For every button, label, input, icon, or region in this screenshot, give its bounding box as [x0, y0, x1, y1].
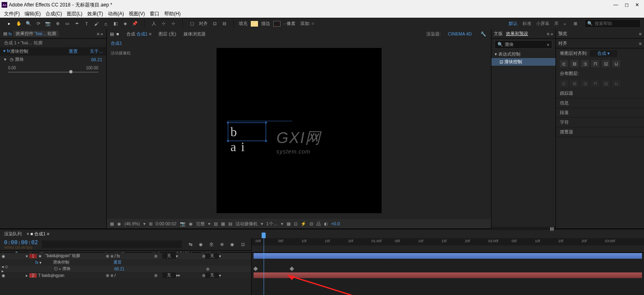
workspace-overflow-icon[interactable]: »: [564, 21, 566, 26]
maximize-button[interactable]: ◻: [625, 2, 629, 8]
stroke-swatch[interactable]: [273, 21, 281, 27]
playhead[interactable]: [262, 233, 266, 238]
tab-layer[interactable]: 图层 (无): [159, 31, 176, 37]
exposure-value[interactable]: +0.0: [331, 221, 340, 226]
zoom-tool-icon[interactable]: 🔍: [24, 19, 33, 28]
align-left-button[interactable]: ⊏: [560, 60, 568, 67]
align-right-button[interactable]: ⊐: [581, 60, 589, 67]
fast-preview-icon[interactable]: ⚡: [301, 221, 306, 226]
tab-align[interactable]: 对齐: [558, 40, 567, 46]
camera-select[interactable]: 活动摄像机: [235, 221, 258, 227]
align-to-select[interactable]: 合成 ▾: [590, 50, 617, 57]
effects-category[interactable]: ▾ 表达式控制: [491, 50, 555, 58]
comp-breadcrumb[interactable]: 合成1: [111, 41, 122, 46]
type-tool-icon[interactable]: T: [82, 19, 91, 28]
tab-preview[interactable]: 预览: [558, 31, 567, 37]
layer-fx-row[interactable]: fx ▾ 滑块控制 重置: [0, 259, 251, 266]
tab-media-browser[interactable]: 媒体浏览器: [184, 31, 206, 37]
align-bottom-button[interactable]: ⊔: [612, 60, 620, 67]
pen-tool-icon[interactable]: ✒: [72, 19, 81, 28]
resolution-icon[interactable]: ⊞: [149, 221, 153, 226]
menu-view[interactable]: 视图(V): [126, 10, 147, 17]
workspace-library[interactable]: 库: [554, 21, 559, 27]
layer-row[interactable]: ◉ ▾1 ★ "baidujingyan" 轮廓 ⊕ ※ / fx ⊚ 无▾ ⊚…: [0, 253, 251, 259]
local-axis-icon[interactable]: 人: [149, 19, 158, 28]
panel-paragraph[interactable]: 段落: [556, 108, 644, 118]
snapshot-icon[interactable]: 📷: [180, 221, 186, 226]
fill-swatch[interactable]: [251, 21, 258, 27]
menu-layer[interactable]: 图层(L): [64, 10, 85, 17]
stroke-label[interactable]: 描边: [260, 21, 272, 27]
views-select[interactable]: 1个…: [266, 221, 278, 227]
clear-search-icon[interactable]: ×: [547, 42, 549, 47]
flowchart-icon[interactable]: 品: [316, 221, 321, 227]
fx-reset[interactable]: 重置: [69, 48, 78, 54]
resolution-value[interactable]: 完整: [196, 221, 205, 227]
view-axis-icon[interactable]: ⊹: [169, 19, 178, 28]
shape-tool-icon[interactable]: ▭: [63, 19, 72, 28]
roto-tool-icon[interactable]: ◈: [121, 19, 130, 28]
keyframe[interactable]: [289, 266, 294, 271]
composition-viewer[interactable]: GXI网 system.com b ai: [217, 48, 382, 213]
add-label[interactable]: 添加: ○: [299, 21, 316, 27]
timeline-ruler[interactable]: :00f05f10f15f20f01:00f05f10f15f20f02:00f…: [252, 238, 644, 245]
timeline-icon[interactable]: ⊟: [310, 221, 313, 226]
tab-timeline-comp[interactable]: × ■ 合成1 ≡: [27, 231, 50, 237]
timeline-search[interactable]: [42, 241, 182, 248]
timeline-tracks[interactable]: [252, 253, 644, 295]
menu-window[interactable]: 窗口: [147, 10, 162, 17]
brush-tool-icon[interactable]: 🖌: [92, 19, 101, 28]
reset-exposure-icon[interactable]: ◐: [324, 221, 328, 226]
minimize-button[interactable]: —: [613, 2, 618, 8]
view-opt-icon[interactable]: ▦: [287, 221, 291, 226]
guides-icon[interactable]: ▤: [228, 221, 232, 226]
panel-wiggler[interactable]: 摆置器: [556, 127, 644, 137]
workspace-small[interactable]: 小屏幕: [536, 21, 549, 27]
pixel-aspect-icon[interactable]: ⊡: [294, 221, 297, 226]
slider-value[interactable]: 68.21: [91, 57, 102, 62]
magnification-icon[interactable]: ▦: [110, 221, 114, 226]
world-axis-icon[interactable]: ⊹: [159, 19, 168, 28]
menu-composition[interactable]: 合成(C): [43, 10, 64, 17]
snap-opt2-icon[interactable]: ⊟: [220, 19, 229, 28]
text-layer-box[interactable]: b ai: [228, 123, 266, 141]
keyframe[interactable]: [253, 266, 258, 271]
sync-icon[interactable]: ⊞: [571, 19, 580, 28]
mask-icon[interactable]: ◉: [117, 221, 121, 226]
menu-animation[interactable]: 动画(A): [105, 10, 126, 17]
timecode[interactable]: 0:00:00:02: [156, 221, 177, 226]
slider-track[interactable]: [8, 72, 98, 73]
snap-opt1-icon[interactable]: ⊡: [210, 19, 219, 28]
orbit-tool-icon[interactable]: ⟳: [34, 19, 43, 28]
eraser-tool-icon[interactable]: ◧: [111, 19, 120, 28]
camera-tool-icon[interactable]: 📷: [43, 19, 52, 28]
channel-icon[interactable]: ◉: [189, 221, 193, 226]
workspace-standard[interactable]: 标准: [522, 21, 531, 27]
puppet-tool-icon[interactable]: 📌: [130, 19, 139, 28]
renderer-settings-icon[interactable]: 🔧: [479, 29, 488, 38]
menu-file[interactable]: 文件(F): [2, 10, 22, 17]
fx-row[interactable]: ▾ fx 滑块控制 重置 关于…: [0, 47, 106, 56]
snap-icon[interactable]: ▢: [188, 19, 196, 28]
timeline-timecode[interactable]: 0:00:00:02: [4, 239, 38, 245]
stopwatch-icon[interactable]: ◷: [10, 57, 14, 62]
tab-project[interactable]: 文版: [494, 31, 503, 37]
zoom-value[interactable]: (46.9%): [124, 221, 140, 226]
align-hcenter-button[interactable]: ⊟: [570, 60, 578, 67]
tab-effects-presets[interactable]: 效果和预设: [506, 31, 528, 37]
help-search[interactable]: 🔍 搜索帮助: [584, 19, 641, 28]
grid-icon[interactable]: ▦: [221, 221, 225, 226]
close-button[interactable]: ✕: [635, 2, 639, 8]
panel-menu-icon[interactable]: ▤ ■: [110, 31, 119, 37]
workspace-default[interactable]: 默认: [509, 21, 518, 27]
tl-shy-icon[interactable]: ↹: [186, 240, 195, 249]
tab-composition[interactable]: 合成 合成1 ≡: [126, 31, 152, 37]
panel-character[interactable]: 字符: [556, 118, 644, 127]
renderer-value[interactable]: CINEMA 4D: [448, 31, 472, 36]
fill-label[interactable]: 填充: [237, 21, 249, 27]
layer-row[interactable]: ◉ ▸2 T baidujingyan ⊕ ※ / ⊚ 无▾ ▾ ⊚无▾: [0, 272, 251, 278]
layer-slider-row[interactable]: ◂ ◇ ▸ ◎ ▹ 滑块 68.21 ⊚: [0, 266, 251, 272]
effect-controls-tab[interactable]: 效果控件 "bai… 轮廓: [13, 31, 59, 37]
tl-graph-icon[interactable]: ◉: [228, 240, 237, 249]
panel-overflow-icon[interactable]: »: [99, 31, 103, 36]
